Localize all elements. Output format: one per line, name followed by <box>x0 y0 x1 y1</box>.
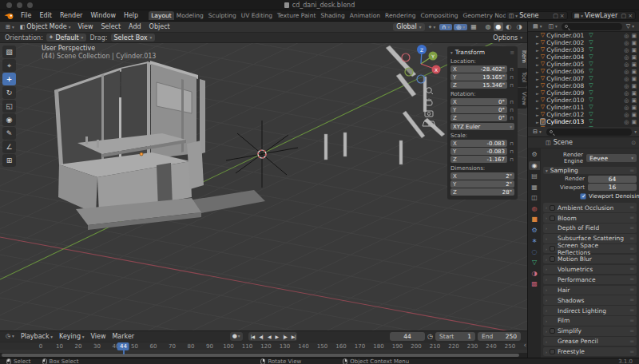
disable-render-icon[interactable]: ▣ <box>631 105 637 111</box>
snap-magnet-icon[interactable]: ∩▾ <box>439 24 452 30</box>
scrollbar-thumb[interactable] <box>2 354 519 357</box>
hide-viewport-icon[interactable]: ◎ <box>624 83 629 89</box>
viewport-menu-item[interactable]: Add <box>125 23 145 30</box>
select-box-tool[interactable]: ▧ <box>2 46 16 58</box>
timeline-scrollbar[interactable] <box>0 353 527 358</box>
expand-icon[interactable]: ► <box>536 113 539 117</box>
output-tab-icon[interactable]: ▤ <box>529 172 540 180</box>
object-name[interactable]: Cylinder.008 <box>546 82 586 89</box>
transform-orientation-dropdown[interactable]: Global▾ <box>393 23 424 31</box>
scene-selector[interactable]: ◫ ▾ Scene ▢ × <box>506 11 568 20</box>
outliner-row[interactable]: ► ▽ Cylinder.002 ▽ ◎ ▣ <box>528 39 639 46</box>
expand-icon[interactable]: ► <box>536 69 539 74</box>
options-button[interactable]: Options▾ <box>493 34 522 42</box>
rotation-field[interactable]: X0° <box>450 98 507 105</box>
sample-count-field[interactable]: 64 <box>588 176 637 183</box>
window-controls[interactable] <box>6 2 33 8</box>
object-name[interactable]: Cylinder.010 <box>546 97 586 104</box>
timeline-menu-item[interactable]: Playback <box>18 333 56 340</box>
workspace-tab[interactable]: Rendering <box>383 11 418 20</box>
object-name[interactable]: Cylinder.001 <box>546 32 586 39</box>
outliner-row[interactable]: ► ▽ Cylinder.013 ▽ ◎ ▣ <box>528 118 639 125</box>
mesh-object-icon[interactable]: ▽ <box>541 83 545 89</box>
frame-end-field[interactable]: End250 <box>478 332 521 341</box>
close-window-button[interactable] <box>6 2 12 8</box>
orientation-dropdown[interactable]: ⌖ Default▾ <box>46 34 87 42</box>
menu-item[interactable]: Window <box>86 12 120 19</box>
disable-render-icon[interactable]: ▣ <box>631 33 637 39</box>
mode-selector[interactable]: ◧ Object Mode▾ <box>18 23 73 30</box>
annotate-tool[interactable]: ✎ <box>2 127 16 140</box>
rendered-shading-icon[interactable]: ◑ <box>514 22 524 31</box>
lock-icon[interactable]: ⊓ <box>509 156 514 162</box>
hide-viewport-icon[interactable]: ◎ <box>624 54 629 61</box>
disable-render-icon[interactable]: ▣ <box>631 119 637 125</box>
expand-icon[interactable]: ► <box>536 120 539 125</box>
viewlayer-selector[interactable]: ▤ ▾ ViewLayer ▢ × <box>571 11 636 20</box>
property-panel-header[interactable]: › Motion Blur = <box>543 255 637 264</box>
property-panel-header[interactable]: › Grease Pencil = <box>543 337 637 346</box>
hide-viewport-icon[interactable]: ◎ <box>624 97 629 104</box>
outliner-row[interactable]: ► ▽ Cylinder.003 ▽ ◎ ▣ <box>528 46 639 53</box>
previous-keyframe-button[interactable]: ◀| <box>256 334 265 339</box>
property-panel-header[interactable]: › Hair = <box>543 286 637 295</box>
expand-icon[interactable]: ► <box>536 55 539 60</box>
mesh-object-icon[interactable]: ▽ <box>541 76 545 81</box>
checkbox[interactable] <box>550 216 555 221</box>
disable-render-icon[interactable]: ▣ <box>631 97 637 104</box>
lock-icon[interactable]: ⊓ <box>509 74 514 80</box>
mesh-object-icon[interactable]: ▽ <box>541 97 545 103</box>
property-panel-header[interactable]: › Shadows = <box>543 295 637 305</box>
workspace-tab[interactable]: Animation <box>347 11 383 20</box>
properties-search-input[interactable] <box>546 129 633 136</box>
lock-icon[interactable]: ⊓ <box>509 66 514 72</box>
sample-count-field[interactable]: 16 <box>588 184 637 191</box>
transform-tool[interactable]: ◉ <box>2 113 16 126</box>
editor-type-button[interactable]: ▤▾ <box>530 23 544 30</box>
workspace-tab[interactable]: UV Editing <box>239 11 275 20</box>
outliner-row[interactable]: ► ▽ Cylinder.006 ▽ ◎ ▣ <box>528 68 639 75</box>
proportional-editing-icon[interactable]: ◎▾ <box>454 24 467 30</box>
disable-render-icon[interactable]: ▣ <box>631 61 637 68</box>
workspace-tab[interactable]: Layout <box>149 11 174 20</box>
disable-render-icon[interactable]: ▣ <box>631 47 637 53</box>
hide-viewport-icon[interactable]: ◎ <box>624 61 629 68</box>
property-panel-header[interactable]: › Volumetrics = <box>543 265 637 275</box>
expand-icon[interactable]: ► <box>536 41 539 46</box>
lock-icon[interactable]: ⊓ <box>509 148 514 154</box>
lock-icon[interactable]: ⊓ <box>509 82 514 88</box>
property-panel-header[interactable]: › Bloom = <box>543 213 637 223</box>
property-panel-header[interactable]: › Depth of Field = <box>543 224 637 233</box>
outliner-row[interactable]: ► ▽ Cylinder.008 ▽ ◎ ▣ <box>528 82 639 89</box>
frame-ruler[interactable]: 0102030405060708090100110120130140150160… <box>0 342 527 350</box>
outliner-row[interactable]: ► ▽ Cylinder.012 ▽ ◎ ▣ <box>528 111 639 118</box>
mesh-object-icon[interactable]: ▽ <box>541 61 545 67</box>
dimension-field[interactable]: X2" <box>450 172 514 180</box>
location-field[interactable]: Y19.165" <box>450 73 507 81</box>
measure-tool[interactable]: ∠ <box>2 140 16 153</box>
expand-icon[interactable]: ► <box>536 62 539 67</box>
mesh-object-icon[interactable]: ▽ <box>541 119 545 125</box>
material-tab-icon[interactable]: ◑ <box>529 269 540 278</box>
hide-viewport-icon[interactable]: ◎ <box>624 112 629 118</box>
object-name[interactable]: Cylinder.009 <box>546 89 586 97</box>
expand-icon[interactable]: ► <box>536 34 539 38</box>
sampling-panel-header[interactable]: ▾Sampling= <box>543 167 637 174</box>
menu-item[interactable]: Edit <box>35 12 56 19</box>
disable-render-icon[interactable]: ▣ <box>631 54 637 61</box>
expand-icon[interactable]: ► <box>536 48 539 53</box>
menu-item[interactable]: Render <box>56 12 86 19</box>
scene-tab-icon[interactable]: ◫ <box>529 193 540 202</box>
mesh-object-icon[interactable]: ▽ <box>541 54 545 60</box>
mesh-object-icon[interactable]: ▽ <box>541 105 545 110</box>
viewport-menu-item[interactable]: Select <box>97 23 125 30</box>
disable-render-icon[interactable]: ▣ <box>631 40 637 46</box>
texture-tab-icon[interactable]: ▩ <box>529 279 540 288</box>
expand-icon[interactable]: ► <box>536 77 539 81</box>
hide-viewport-icon[interactable]: ◎ <box>624 119 629 125</box>
dimension-field[interactable]: Z28" <box>450 188 514 196</box>
mesh-object-icon[interactable]: ▽ <box>541 90 545 96</box>
checkbox[interactable] <box>550 205 555 211</box>
workspace-tab[interactable]: Texture Paint <box>275 11 318 20</box>
world-tab-icon[interactable]: ◍ <box>529 204 540 213</box>
